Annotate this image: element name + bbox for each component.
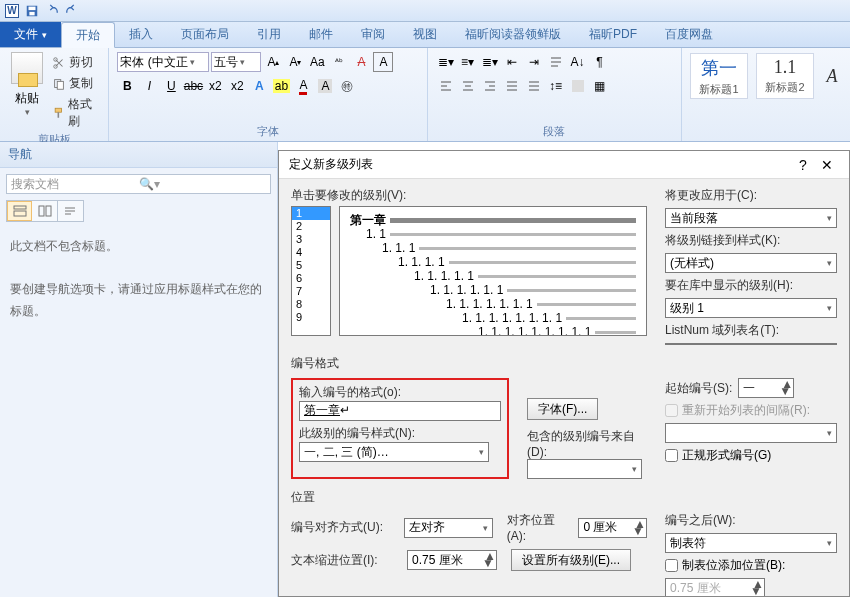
restart-after-combo: ▾ bbox=[665, 423, 837, 443]
justify-button[interactable] bbox=[502, 76, 522, 96]
distributed-button[interactable] bbox=[524, 76, 544, 96]
dialog-title: 定义新多级列表 bbox=[289, 156, 791, 173]
borders-button[interactable]: ▦ bbox=[590, 76, 610, 96]
number-style-label: 此级别的编号样式(N): bbox=[299, 425, 501, 442]
svg-rect-10 bbox=[14, 211, 26, 216]
tab-file[interactable]: 文件 ▾ bbox=[0, 22, 61, 47]
nav-tab-results[interactable] bbox=[58, 201, 83, 221]
align-center-button[interactable] bbox=[458, 76, 478, 96]
search-input[interactable]: 搜索文档 🔍▾ bbox=[6, 174, 271, 194]
font-size-combo[interactable]: 五号▾ bbox=[211, 52, 261, 72]
character-border-button[interactable]: A bbox=[373, 52, 393, 72]
tab-stop-checkbox[interactable]: 制表位添加位置(B): bbox=[665, 557, 837, 574]
restart-list-checkbox[interactable]: 重新开始列表的间隔(R): bbox=[665, 402, 837, 419]
phonetic-guide-button[interactable]: ᴬᵇ bbox=[329, 52, 349, 72]
nav-tab-pages[interactable] bbox=[32, 201, 57, 221]
strikethrough-button[interactable]: abc bbox=[183, 76, 203, 96]
change-case-button[interactable]: Aa bbox=[307, 52, 327, 72]
save-icon[interactable] bbox=[24, 3, 40, 19]
asian-layout-button[interactable] bbox=[546, 52, 566, 72]
start-at-spinner[interactable]: 一▲▼ bbox=[738, 378, 794, 398]
enclose-characters-button[interactable]: ㊕ bbox=[337, 76, 357, 96]
paste-icon bbox=[11, 52, 43, 84]
sort-button[interactable]: A↓ bbox=[568, 52, 588, 72]
font-button[interactable]: 字体(F)... bbox=[527, 398, 598, 420]
redo-icon[interactable] bbox=[64, 3, 80, 19]
style-preview-2[interactable]: 1.1新标题2 bbox=[756, 53, 814, 99]
italic-button[interactable]: I bbox=[139, 76, 159, 96]
alignment-combo[interactable]: 左对齐▾ bbox=[404, 518, 492, 538]
listnum-input[interactable] bbox=[665, 343, 837, 345]
font-name-combo[interactable]: 宋体 (中文正▾ bbox=[117, 52, 209, 72]
nav-pane-title: 导航 bbox=[0, 142, 277, 168]
follow-with-combo[interactable]: 制表符▾ bbox=[665, 533, 837, 553]
help-button[interactable]: ? bbox=[791, 157, 815, 173]
bullets-button[interactable]: ≣▾ bbox=[436, 52, 456, 72]
close-button[interactable]: ✕ bbox=[815, 157, 839, 173]
style-preview-3[interactable]: A bbox=[822, 53, 842, 99]
style-preview-1[interactable]: 第一新标题1 bbox=[690, 53, 748, 99]
align-left-button[interactable] bbox=[436, 76, 456, 96]
indent-label: 文本缩进位置(I): bbox=[291, 552, 401, 569]
tab-review[interactable]: 审阅 bbox=[347, 22, 399, 47]
undo-icon[interactable] bbox=[44, 3, 60, 19]
highlight-button[interactable]: ab bbox=[271, 76, 291, 96]
superscript-button[interactable]: x2 bbox=[227, 76, 247, 96]
underline-button[interactable]: U bbox=[161, 76, 181, 96]
shrink-font-button[interactable]: A▾ bbox=[285, 52, 305, 72]
scissors-icon bbox=[52, 56, 66, 70]
alignment-label: 编号对齐方式(U): bbox=[291, 519, 398, 536]
gallery-level-label: 要在库中显示的级别(H): bbox=[665, 277, 837, 294]
include-level-combo[interactable]: ▾ bbox=[527, 459, 642, 479]
text-effects-button[interactable]: A bbox=[249, 76, 269, 96]
apply-to-combo[interactable]: 当前段落▾ bbox=[665, 208, 837, 228]
tab-layout[interactable]: 页面布局 bbox=[167, 22, 243, 47]
aligned-at-spinner[interactable]: 0 厘米▲▼ bbox=[578, 518, 647, 538]
level-listbox[interactable]: 1 23 45 67 89 bbox=[291, 206, 331, 336]
group-clipboard: 粘贴 ▾ 剪切 复制 格式刷 剪贴板 bbox=[0, 48, 109, 141]
tab-foxit-pdf[interactable]: 福昕PDF bbox=[575, 22, 651, 47]
navigation-pane: 导航 搜索文档 🔍▾ 此文档不包含标题。 要创建导航选项卡，请通过应用标题样式在… bbox=[0, 142, 278, 597]
decrease-indent-button[interactable]: ⇤ bbox=[502, 52, 522, 72]
tab-stop-spinner: 0.75 厘米▲▼ bbox=[665, 578, 765, 596]
show-marks-button[interactable]: ¶ bbox=[590, 52, 610, 72]
number-format-input[interactable]: 第一章↵ bbox=[299, 401, 501, 421]
set-all-levels-button[interactable]: 设置所有级别(E)... bbox=[511, 549, 631, 571]
indent-spinner[interactable]: 0.75 厘米▲▼ bbox=[407, 550, 497, 570]
tab-references[interactable]: 引用 bbox=[243, 22, 295, 47]
svg-rect-8 bbox=[58, 112, 60, 118]
link-style-combo[interactable]: (无样式)▾ bbox=[665, 253, 837, 273]
character-shading-button[interactable]: A bbox=[315, 76, 335, 96]
font-color-button[interactable]: A bbox=[293, 76, 313, 96]
tab-foxit-reader[interactable]: 福昕阅读器领鲜版 bbox=[451, 22, 575, 47]
tab-baidu[interactable]: 百度网盘 bbox=[651, 22, 727, 47]
copy-button[interactable]: 复制 bbox=[52, 75, 100, 92]
format-painter-button[interactable]: 格式刷 bbox=[52, 96, 100, 130]
increase-indent-button[interactable]: ⇥ bbox=[524, 52, 544, 72]
line-spacing-button[interactable]: ↕≡ bbox=[546, 76, 566, 96]
link-style-label: 将级别链接到样式(K): bbox=[665, 232, 837, 249]
ribbon: 粘贴 ▾ 剪切 复制 格式刷 剪贴板 宋体 (中文正▾ 五号▾ A▴ A▾ Aa… bbox=[0, 48, 850, 142]
number-style-combo[interactable]: 一, 二, 三 (简)…▾ bbox=[299, 442, 489, 462]
listnum-label: ListNum 域列表名(T): bbox=[665, 322, 837, 339]
cut-button[interactable]: 剪切 bbox=[52, 54, 100, 71]
subscript-button[interactable]: x2 bbox=[205, 76, 225, 96]
nav-tab-headings[interactable] bbox=[7, 201, 32, 221]
numbering-button[interactable]: ≡▾ bbox=[458, 52, 478, 72]
shading-button[interactable] bbox=[568, 76, 588, 96]
multilevel-list-button[interactable]: ≣▾ bbox=[480, 52, 500, 72]
tab-insert[interactable]: 插入 bbox=[115, 22, 167, 47]
legal-numbering-checkbox[interactable]: 正规形式编号(G) bbox=[665, 447, 837, 464]
nav-view-tabs bbox=[6, 200, 84, 222]
tab-home[interactable]: 开始 bbox=[61, 22, 115, 48]
clear-formatting-button[interactable]: A bbox=[351, 52, 371, 72]
paste-button[interactable]: 粘贴 ▾ bbox=[8, 52, 46, 130]
bold-button[interactable]: B bbox=[117, 76, 137, 96]
grow-font-button[interactable]: A▴ bbox=[263, 52, 283, 72]
tab-mailings[interactable]: 邮件 bbox=[295, 22, 347, 47]
gallery-level-combo[interactable]: 级别 1▾ bbox=[665, 298, 837, 318]
nav-body: 此文档不包含标题。 要创建导航选项卡，请通过应用标题样式在您的 标题。 bbox=[0, 226, 277, 332]
align-right-button[interactable] bbox=[480, 76, 500, 96]
dialog-titlebar: 定义新多级列表 ? ✕ bbox=[279, 151, 849, 179]
tab-view[interactable]: 视图 bbox=[399, 22, 451, 47]
